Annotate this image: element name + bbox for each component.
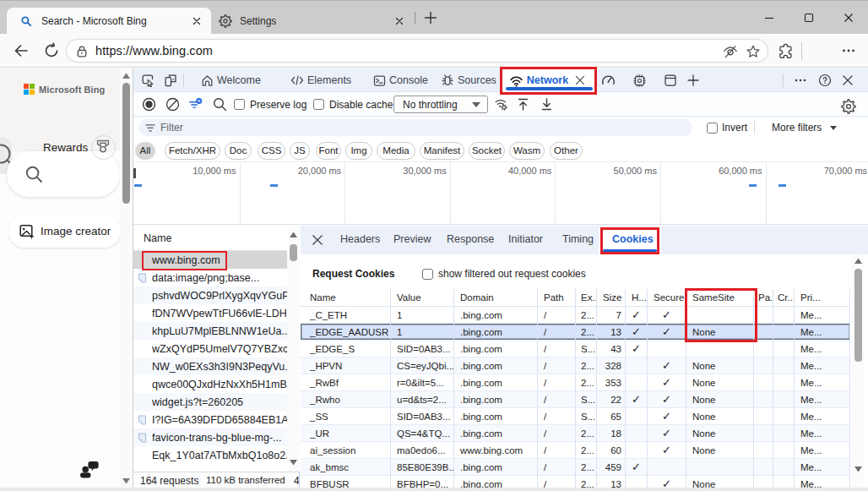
devtools-tab-console[interactable]: Console bbox=[373, 68, 428, 92]
more-filters-label[interactable]: More filters bbox=[772, 122, 822, 134]
request-row[interactable]: Eqk_1Y0at7ATbMxbQ1o8o2... bbox=[133, 446, 299, 464]
type-pill-fetchxhr[interactable]: Fetch/XHR bbox=[165, 142, 220, 160]
address-bar[interactable]: https://www.bing.com bbox=[66, 39, 768, 63]
throttling-dropdown[interactable]: No throttling bbox=[393, 95, 488, 113]
type-pill-manifest[interactable]: Manifest bbox=[420, 142, 464, 160]
help-icon[interactable] bbox=[818, 74, 832, 87]
cookie-row[interactable]: _URQS=4&TQ....bing.com/2...18✓NoneMe... bbox=[301, 425, 850, 442]
type-pill-doc[interactable]: Doc bbox=[225, 142, 252, 160]
column-header-http[interactable]: H... bbox=[626, 289, 648, 306]
export-har-icon[interactable] bbox=[540, 97, 554, 112]
request-row[interactable]: I?IG=6A39DFDD65884EB1A... bbox=[133, 411, 299, 428]
column-header-expires[interactable]: Ex... bbox=[576, 289, 597, 306]
scroll-down-icon[interactable] bbox=[854, 466, 862, 472]
cookie-row[interactable]: _EDGE_AADUSR1.bing.com/2...13✓✓NoneMe... bbox=[301, 324, 850, 341]
invert-checkbox[interactable] bbox=[707, 123, 718, 134]
browser-tab-bing[interactable]: Search - Microsoft Bing bbox=[7, 8, 211, 35]
page-scrollbar-thumb[interactable] bbox=[122, 83, 130, 204]
request-row[interactable]: fDN7WVpewTtFU66vlE-LDH... bbox=[133, 304, 299, 322]
type-pill-other[interactable]: Other bbox=[550, 142, 583, 160]
details-tab-preview[interactable]: Preview bbox=[393, 233, 431, 245]
column-header-domain[interactable]: Domain bbox=[454, 289, 538, 306]
details-tab-headers[interactable]: Headers bbox=[340, 233, 380, 245]
request-row[interactable]: favicon-trans-bg-blue-mg-... bbox=[133, 428, 299, 446]
column-header-cross[interactable]: Cr... bbox=[773, 289, 795, 306]
details-tab-response[interactable]: Response bbox=[447, 233, 494, 245]
browser-menu-icon[interactable] bbox=[841, 43, 856, 58]
scroll-down-icon[interactable] bbox=[122, 477, 130, 484]
window-close-button[interactable] bbox=[829, 1, 868, 35]
column-header-secure[interactable]: Secure bbox=[648, 289, 686, 306]
type-pill-font[interactable]: Font bbox=[316, 142, 341, 160]
network-conditions-icon[interactable] bbox=[494, 97, 508, 112]
window-minimize-button[interactable] bbox=[750, 1, 789, 35]
scroll-up-icon[interactable] bbox=[854, 258, 862, 265]
column-header-name[interactable]: Name bbox=[301, 289, 391, 306]
devtools-tab-sources[interactable]: Sources bbox=[441, 68, 496, 92]
favorites-star-icon[interactable] bbox=[746, 44, 761, 59]
show-filtered-checkbox[interactable] bbox=[422, 269, 433, 280]
column-header-path[interactable]: Path bbox=[538, 289, 576, 306]
request-list-scrollbar[interactable] bbox=[287, 226, 300, 472]
request-row[interactable]: data:image/png;base... bbox=[133, 269, 299, 286]
import-har-icon[interactable] bbox=[516, 97, 530, 112]
disable-cache-label[interactable]: Disable cache bbox=[329, 99, 393, 111]
cookie-row[interactable]: ak_bmsc85E80E39B....bing.com/2...459✓Me.… bbox=[301, 459, 850, 476]
feedback-icon[interactable] bbox=[79, 461, 100, 478]
type-pill-img[interactable]: Img bbox=[345, 142, 372, 160]
show-filtered-label[interactable]: show filtered out request cookies bbox=[438, 268, 586, 280]
preserve-log-label[interactable]: Preserve log bbox=[250, 99, 307, 111]
back-button[interactable] bbox=[13, 42, 30, 59]
extensions-puzzle-icon[interactable] bbox=[778, 42, 795, 59]
cookie-row[interactable]: _RwBfr=0&ilt=5....bing.com/2...353✓NoneM… bbox=[301, 374, 850, 391]
cookie-row[interactable]: _Rwhou=d&ts=2....bing.com/S...22✓✓NoneMe… bbox=[301, 391, 850, 408]
page-scrollbar[interactable] bbox=[120, 68, 133, 488]
type-pill-js[interactable]: JS bbox=[290, 142, 310, 160]
devtools-tab-welcome[interactable]: Welcome bbox=[201, 68, 261, 92]
preserve-log-checkbox[interactable] bbox=[234, 99, 245, 110]
tab-close-icon[interactable] bbox=[191, 15, 203, 27]
scroll-up-icon[interactable] bbox=[122, 73, 130, 79]
window-maximize-button[interactable] bbox=[789, 1, 828, 35]
request-row[interactable]: qwce00QJxdHzNxXh5H1mB... bbox=[133, 375, 299, 393]
details-tab-timing[interactable]: Timing bbox=[562, 233, 594, 245]
devtools-close-icon[interactable] bbox=[841, 74, 854, 87]
column-header-priority[interactable]: Pri... bbox=[795, 289, 850, 306]
disable-cache-checkbox[interactable] bbox=[313, 99, 324, 110]
type-pill-wasm[interactable]: Wasm bbox=[509, 142, 545, 160]
request-row[interactable]: NW_w0EXs3h3I9N3PeqyVu... bbox=[133, 357, 299, 375]
record-button[interactable] bbox=[142, 97, 156, 112]
search-network-button[interactable] bbox=[213, 97, 227, 112]
request-row[interactable]: khpLuU7MplEBLNNW1eUa... bbox=[133, 322, 299, 340]
rewards-medal-button[interactable] bbox=[91, 135, 116, 160]
tracking-prevention-icon[interactable] bbox=[722, 44, 739, 60]
scroll-down-icon[interactable] bbox=[290, 459, 297, 466]
cookie-row[interactable]: _EDGE_SSID=0AB3....bing.com/S...43✓Me... bbox=[301, 341, 850, 357]
devtools-menu-icon[interactable] bbox=[794, 74, 807, 87]
image-creator-button[interactable]: Image creator bbox=[8, 215, 121, 248]
devtools-tab-elements[interactable]: Elements bbox=[290, 68, 351, 92]
invert-label[interactable]: Invert bbox=[722, 122, 747, 134]
details-scrollbar-thumb[interactable] bbox=[854, 269, 862, 362]
performance-icon[interactable] bbox=[601, 74, 616, 88]
filter-input[interactable]: Filter bbox=[138, 119, 692, 136]
column-header-value[interactable]: Value bbox=[391, 289, 454, 306]
inspect-element-icon[interactable] bbox=[141, 74, 155, 87]
device-toolbar-icon[interactable] bbox=[164, 74, 177, 87]
close-details-icon[interactable] bbox=[312, 234, 323, 246]
microsoft-bing-logo[interactable]: Microsoft Bing bbox=[24, 84, 105, 95]
type-pill-css[interactable]: CSS bbox=[258, 142, 285, 160]
memory-icon[interactable] bbox=[632, 74, 647, 88]
scroll-up-icon[interactable] bbox=[290, 232, 297, 238]
details-scrollbar[interactable] bbox=[852, 254, 865, 488]
request-row[interactable]: pshvdWOC9PrlXygXqvYGuP... bbox=[133, 286, 299, 304]
clear-button[interactable] bbox=[165, 97, 180, 112]
more-tools-plus-icon[interactable] bbox=[686, 74, 700, 87]
request-row[interactable]: widget.js?t=260205 bbox=[133, 393, 299, 411]
column-header-size[interactable]: Size bbox=[597, 289, 626, 306]
cookie-row[interactable]: ai_sessionma0edo6...www.bing.com/2...60✓… bbox=[301, 442, 850, 459]
browser-tab-settings[interactable]: Settings bbox=[213, 8, 414, 35]
cookie-row[interactable]: _HPVNCS=eyJQbi....bing.com/2...328✓NoneM… bbox=[301, 357, 850, 374]
type-pill-media[interactable]: Media bbox=[377, 142, 415, 160]
cookie-row[interactable]: _C_ETH1.bing.com/2...7✓✓Me... bbox=[301, 307, 850, 324]
